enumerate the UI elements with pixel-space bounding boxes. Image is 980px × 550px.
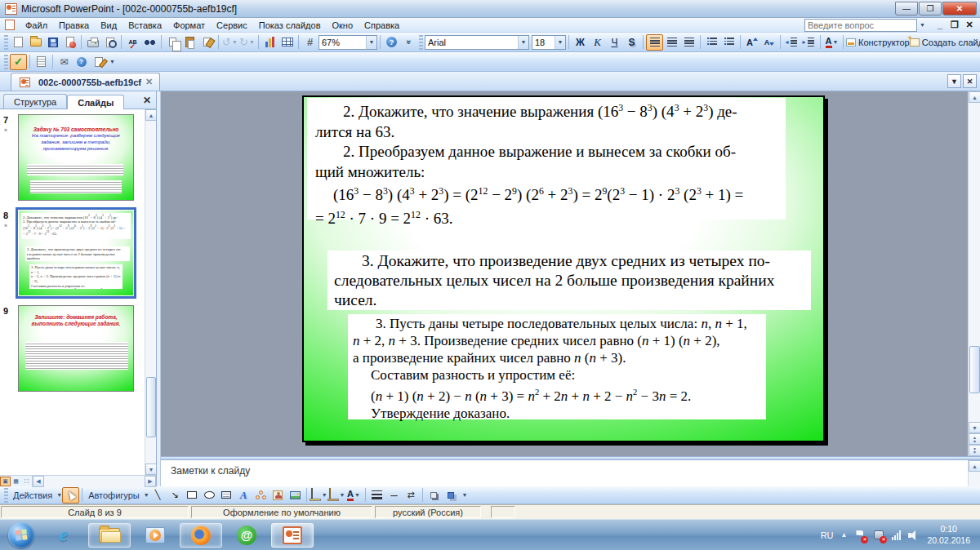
taskbar-internet-explorer[interactable]: e <box>42 523 85 548</box>
tab-bar-close-icon[interactable]: ✕ <box>963 74 977 88</box>
dash-style-button[interactable]: ---- <box>385 487 403 503</box>
show-hidden-icons[interactable]: ▲ <box>841 531 848 539</box>
permissions-button[interactable] <box>61 34 78 51</box>
increase-indent-button[interactable] <box>800 34 817 51</box>
menu-help[interactable]: Справка <box>359 20 405 31</box>
new-slide-button[interactable]: Создать слайд <box>910 34 980 51</box>
font-size-combo[interactable]: 18 ▼ <box>532 35 566 50</box>
network-signal-icon[interactable] <box>892 530 901 540</box>
underline-button[interactable]: Ч <box>606 34 623 51</box>
toolbar-grip[interactable] <box>419 35 423 50</box>
menu-window[interactable]: Окно <box>327 20 359 31</box>
minimize-button[interactable]: — <box>895 2 918 16</box>
slide-scrollbar[interactable]: ▲ ▼ ▲▲ ▼▼ <box>968 91 980 456</box>
slide-7-thumbnail[interactable]: Задачу № 703 самостоятельно На повторени… <box>18 114 134 201</box>
volume-icon[interactable] <box>908 530 920 540</box>
draw-oval-button[interactable] <box>201 487 218 503</box>
paste-button[interactable] <box>181 34 198 51</box>
slide-8-thumbnail[interactable]: 2. Докажите, что значение выражения (163… <box>18 210 134 296</box>
edit-page-button[interactable] <box>90 54 107 70</box>
slide-text-box-2[interactable]: 3. Докажите, что произведение двух средн… <box>327 251 811 310</box>
language-indicator[interactable]: RU <box>821 530 834 540</box>
undo-button[interactable]: ↺▼ <box>221 34 238 51</box>
tab-list-dropdown-icon[interactable]: ▼ <box>947 74 961 88</box>
diagram-button[interactable] <box>252 487 270 503</box>
text-box-button[interactable] <box>218 487 235 503</box>
insert-chart-button[interactable] <box>261 34 278 51</box>
fill-color-button[interactable]: ▼ <box>310 487 327 503</box>
close-button[interactable]: ✕ <box>942 2 977 16</box>
font-name-dropdown-icon[interactable]: ▼ <box>518 36 528 49</box>
zoom-dropdown-icon[interactable]: ▼ <box>366 36 376 49</box>
question-input[interactable] <box>804 19 917 32</box>
menu-tools[interactable]: Сервис <box>211 20 253 31</box>
align-center-button[interactable] <box>663 34 680 51</box>
taskbar-mail-agent[interactable]: @ <box>225 523 268 548</box>
slide-9-thumbnail[interactable]: Запишите: домашняя работа, выполнить сле… <box>18 305 134 392</box>
panel-close-icon[interactable]: ✕ <box>143 95 151 106</box>
scroll-up-icon[interactable]: ▲ <box>969 460 980 472</box>
toolbar-options-button[interactable]: » <box>400 34 417 51</box>
previous-slide-button[interactable]: ▲▲ <box>969 433 980 445</box>
draw-line-button[interactable]: ╲ <box>149 487 167 503</box>
doc-restore-button[interactable]: ❐ <box>949 20 960 30</box>
question-dropdown-icon[interactable]: ▼ <box>917 19 928 32</box>
updates-icon[interactable] <box>873 530 884 541</box>
increase-font-button[interactable]: А <box>743 34 760 51</box>
bullet-list-button[interactable] <box>720 34 737 51</box>
italic-button[interactable]: К <box>589 34 606 51</box>
scroll-down-icon[interactable]: ▼ <box>145 464 156 475</box>
scroll-left-icon[interactable]: ◀ <box>33 476 44 487</box>
taskbar-media-player[interactable] <box>134 523 176 548</box>
research-button[interactable] <box>141 34 158 51</box>
menu-view[interactable]: Вид <box>95 20 122 31</box>
taskbar-explorer[interactable] <box>88 523 131 548</box>
print-button[interactable] <box>84 34 101 51</box>
open-button[interactable] <box>27 34 44 51</box>
arrow-style-button[interactable]: ⇄ <box>403 487 420 503</box>
numbered-list-button[interactable] <box>703 34 720 51</box>
draw-font-color-button[interactable]: А▼ <box>345 487 363 503</box>
status-language[interactable]: русский (Россия) <box>375 506 481 518</box>
clip-art-button[interactable] <box>270 487 287 503</box>
animation-star-icon[interactable]: ✶ <box>3 127 18 134</box>
actions-menu-button[interactable]: Действия▼ <box>10 487 62 503</box>
slide-canvas[interactable]: 2. Докажите, что значение выражения (163… <box>302 95 825 442</box>
taskbar-firefox[interactable] <box>180 523 222 548</box>
new-document-button[interactable] <box>10 34 27 51</box>
restore-button[interactable]: ❐ <box>919 2 942 16</box>
align-right-button[interactable] <box>680 34 697 51</box>
print-preview-button[interactable] <box>101 34 118 51</box>
show-grid-button[interactable]: # <box>301 34 318 51</box>
draw-arrow-button[interactable]: ↘ <box>167 487 184 503</box>
notes-pane[interactable]: Заметки к слайду ▲ <box>161 459 980 486</box>
notes-scrollbar[interactable]: ▲ <box>968 460 980 486</box>
insert-picture-button[interactable] <box>287 487 304 503</box>
font-color-button[interactable]: А▼ <box>823 34 840 51</box>
line-style-button[interactable] <box>368 487 385 503</box>
shadow-button[interactable]: S <box>623 34 640 51</box>
format-painter-button[interactable] <box>198 34 216 51</box>
thumbnails-scrollbar[interactable]: ▲ ▼ <box>145 109 156 475</box>
menu-format[interactable]: Формат <box>167 20 211 31</box>
font-name-combo[interactable]: Arial ▼ <box>425 35 529 50</box>
slide-text-box-3[interactable]: 3. Пусть даны четыре последовательных це… <box>348 314 766 419</box>
tab-close-icon[interactable]: ✕ <box>145 77 153 87</box>
menu-slideshow[interactable]: Показ слайдов <box>253 20 327 31</box>
scroll-right-icon[interactable]: ▶ <box>145 476 156 487</box>
scroll-down-icon[interactable]: ▼ <box>969 422 980 433</box>
wordart-button[interactable]: А <box>235 487 252 503</box>
action-center-icon[interactable] <box>854 530 866 541</box>
select-objects-button[interactable] <box>62 487 79 503</box>
help2-button[interactable]: ? <box>73 54 90 70</box>
panel-horizontal-scrollbar[interactable]: ◀ ▶ <box>32 476 156 487</box>
toolbar-grip[interactable] <box>4 488 8 503</box>
taskbar-powerpoint[interactable] <box>271 523 314 548</box>
toolbar-grip[interactable] <box>4 55 8 69</box>
save-button[interactable] <box>44 34 61 51</box>
line-color-button[interactable]: ▼ <box>327 487 345 503</box>
send-mail-button[interactable]: ✉ <box>56 54 73 70</box>
scroll-up-icon[interactable]: ▲ <box>145 109 156 121</box>
3d-style-button[interactable] <box>443 487 460 503</box>
scrollbar-thumb[interactable] <box>969 346 980 393</box>
